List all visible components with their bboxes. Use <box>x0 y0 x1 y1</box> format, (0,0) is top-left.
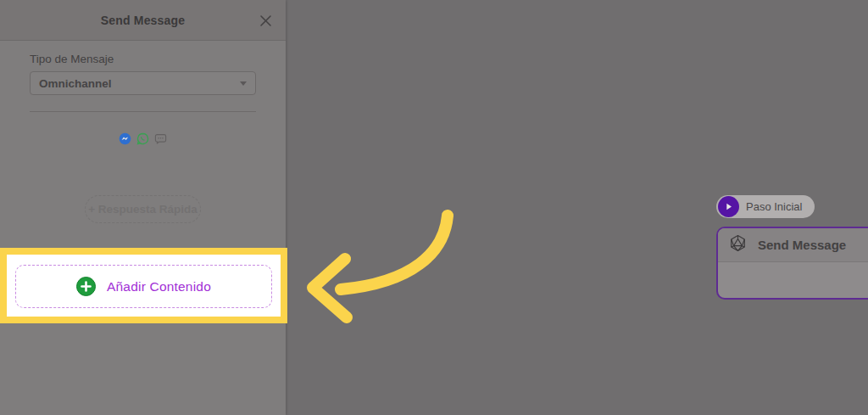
step-badge-label: Paso Inicial <box>746 200 802 213</box>
messenger-icon[interactable] <box>119 132 131 145</box>
quick-reply-button[interactable]: + Respuesta Rápida <box>85 195 201 223</box>
panel-title: Send Message <box>101 14 186 27</box>
add-content-label: Añadir Contenido <box>107 279 211 294</box>
whatsapp-icon[interactable] <box>136 132 149 145</box>
panel-header: Send Message <box>0 0 286 41</box>
close-icon[interactable] <box>257 12 274 29</box>
chevron-down-icon <box>240 81 247 86</box>
d20-dice-icon <box>729 234 747 255</box>
flow-canvas[interactable]: Paso Inicial <box>286 0 868 415</box>
message-type-value: Omnichannel <box>39 77 112 90</box>
send-message-node[interactable]: Send Message Continuar <box>716 227 868 300</box>
send-message-panel: Send Message Tipo de Mensaje Omnichannel <box>0 0 286 415</box>
divider <box>30 111 256 112</box>
message-type-select[interactable]: Omnichannel <box>30 71 256 95</box>
node-header: Send Message <box>718 228 868 262</box>
node-title: Send Message <box>758 238 846 252</box>
play-icon <box>718 196 739 217</box>
message-type-label: Tipo de Mensaje <box>30 53 114 65</box>
node-footer: Continuar <box>718 261 868 298</box>
step-badge[interactable]: Paso Inicial <box>716 195 815 218</box>
add-content-button[interactable]: Añadir Contenido <box>15 265 272 308</box>
highlight-box: Añadir Contenido <box>0 248 287 323</box>
plus-icon <box>76 277 96 296</box>
sms-icon[interactable] <box>154 132 167 145</box>
channel-icons-row <box>0 132 286 145</box>
